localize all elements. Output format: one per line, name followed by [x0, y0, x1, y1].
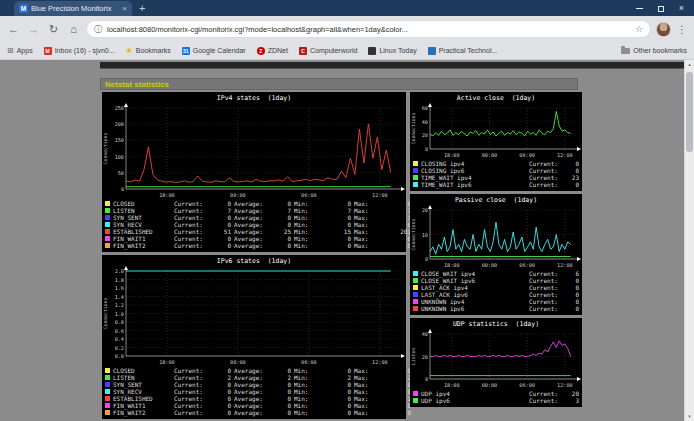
graphs-grid: IPv4 states (1day) 25020015010050018:000…: [102, 92, 684, 419]
legend-stat: Current:0: [174, 402, 231, 409]
legend-stat: Current:0: [174, 235, 231, 242]
legend-color-swatch: [413, 278, 418, 283]
profile-avatar[interactable]: [656, 22, 671, 37]
bookmark-item[interactable]: 31Google Calendar: [182, 47, 246, 55]
browser-tab[interactable]: M Blue Precision Monitorix ×: [14, 1, 132, 16]
legend-stat: Current:0: [174, 214, 231, 221]
bookmark-item[interactable]: ★Bookmarks: [126, 47, 171, 55]
svg-text:06:00: 06:00: [519, 262, 535, 268]
legend-stat: Max:201: [354, 228, 411, 235]
page-scrollbar[interactable]: ▲ ▼: [684, 60, 694, 421]
home-icon[interactable]: ⌂: [66, 23, 81, 35]
legend-stat: Max:0: [354, 367, 411, 374]
reload-icon[interactable]: ↻: [46, 23, 61, 36]
legend-row: ESTABLISHEDCurrent:0Average:0Min:0Max:1: [105, 395, 403, 402]
legend-stat: Max:7: [354, 207, 411, 214]
site-info-icon[interactable]: ⓘ: [94, 24, 102, 35]
legend-color-swatch: [105, 410, 110, 415]
bookmark-item[interactable]: CComputerworld: [299, 47, 357, 55]
tab-close-icon[interactable]: ×: [122, 5, 127, 13]
right-column: Active close (1day) 604020018:0000:0006:…: [410, 92, 582, 407]
legend-label: FIN_WAIT2: [113, 242, 171, 249]
legend-label: FIN_WAIT1: [113, 235, 171, 242]
legend-stat: Current:0: [529, 305, 579, 312]
star-icon: ★: [126, 47, 133, 55]
legend-row: CLOSING ipv4Current:0: [413, 160, 579, 167]
other-bookmarks-button[interactable]: Other bookmarks: [621, 47, 687, 54]
svg-text:06:00: 06:00: [301, 192, 317, 198]
window-close-button[interactable]: ×: [671, 0, 692, 16]
legend-label: CLOSE_WAIT ipv6: [421, 277, 526, 284]
back-icon[interactable]: ←: [6, 23, 21, 35]
legend-stat: Current:0: [174, 381, 231, 388]
legend-label: ESTABLISHED: [113, 395, 171, 402]
svg-text:1.8: 1.8: [115, 277, 124, 283]
legend-color-swatch: [413, 161, 418, 166]
svg-text:250: 250: [115, 105, 124, 111]
legend-stat: Average:0: [234, 214, 291, 221]
bookmark-star-icon[interactable]: ☆: [635, 24, 643, 34]
legend-stat: Current:0: [529, 284, 579, 291]
ipv6-states-chart[interactable]: 2.01.81.61.41.21.00.80.60.40.20.018:0000…: [102, 266, 406, 366]
previous-section-edge: [100, 62, 684, 69]
address-bar[interactable]: ⓘ localhost:8080/monitorix-cgi/monitorix…: [86, 20, 651, 38]
legend-row: CLOSE_WAIT ipv4Current:6: [413, 270, 579, 277]
scrollbar-down-arrow[interactable]: ▼: [685, 414, 694, 419]
bookmark-item[interactable]: Practical Technol...: [428, 47, 498, 55]
legend-stat: Min:2: [294, 374, 351, 381]
ipv6-chart-title: IPv6 states (1day): [102, 257, 406, 266]
legend-label: TIME_WAIT ipv4: [421, 174, 526, 181]
legend-stat: Min:0: [294, 221, 351, 228]
legend-stat: Min:0: [294, 367, 351, 374]
legend-stat: Max:0: [354, 242, 411, 249]
legend-stat: Current:3: [529, 397, 579, 404]
svg-text:20: 20: [422, 207, 428, 213]
legend-stat: Current:51: [174, 228, 231, 235]
svg-text:12:00: 12:00: [557, 152, 573, 158]
browser-window: M Blue Precision Monitorix × + × ← → ↻ ⌂…: [0, 0, 694, 421]
svg-text:2.0: 2.0: [115, 268, 124, 274]
url-text[interactable]: localhost:8080/monitorix-cgi/monitorix.c…: [107, 25, 630, 34]
legend-stat: Current:2: [174, 374, 231, 381]
legend-color-swatch: [105, 201, 110, 206]
bookmark-item[interactable]: ⊞Apps: [7, 47, 33, 55]
legend-stat: Average:0: [234, 221, 291, 228]
browser-menu-icon[interactable]: ⋮: [676, 24, 688, 35]
scrollbar-thumb[interactable]: [686, 72, 693, 152]
legend-stat: Current:0: [174, 200, 231, 207]
ipv4-chart-title: IPv4 states (1day): [102, 94, 406, 103]
forward-icon[interactable]: →: [26, 23, 41, 35]
legend-label: CLOSING ipv6: [421, 167, 526, 174]
bookmark-label: Computerworld: [310, 47, 357, 54]
legend-stat: Current:0: [174, 395, 231, 402]
legend-label: FIN_WAIT2: [113, 409, 171, 416]
legend-stat: Max:0: [354, 221, 411, 228]
legend-row: FIN_WAIT2Current:0Average:0Min:0Max:0: [105, 409, 403, 416]
legend-stat: Average:0: [234, 242, 291, 249]
scrollbar-up-arrow[interactable]: ▲: [685, 62, 694, 67]
ipv4-states-chart[interactable]: 25020015010050018:0000:0006:0012:00Conne…: [102, 103, 406, 199]
section-title: Netstat statistics: [105, 80, 169, 89]
passive-close-chart[interactable]: 2010018:0000:0006:0012:00Connections: [410, 205, 582, 269]
window-minimize-button[interactable]: [629, 0, 650, 16]
svg-text:50: 50: [118, 170, 124, 176]
legend-stat: Min:0: [294, 235, 351, 242]
udp-statistics-chart[interactable]: 4020018:0000:0006:0012:00Listen: [410, 329, 582, 389]
legend-row: SYN_RECVCurrent:0Average:0Min:0Max:0: [105, 388, 403, 395]
bookmark-item[interactable]: ZZDNet: [257, 47, 288, 55]
svg-text:00:00: 00:00: [482, 382, 498, 388]
new-tab-button[interactable]: +: [139, 2, 145, 14]
bookmark-item[interactable]: Linux Today: [368, 47, 416, 55]
window-maximize-button[interactable]: [650, 0, 671, 16]
svg-text:06:00: 06:00: [519, 382, 535, 388]
legend-stat: Min:7: [294, 207, 351, 214]
legend-row: UNKNOWN ipv4Current:0: [413, 298, 579, 305]
active-close-chart[interactable]: 604020018:0000:0006:0012:00Connections: [410, 103, 582, 159]
legend-stat: Current:0: [174, 388, 231, 395]
ipv6-legend: CLOSEDCurrent:0Average:0Min:0Max:0LISTEN…: [102, 366, 406, 416]
legend-stat: Min:0: [294, 381, 351, 388]
svg-text:12:00: 12:00: [557, 262, 573, 268]
legend-row: FIN_WAIT1Current:0Average:0Min:0Max:0: [105, 235, 403, 242]
bookmark-item[interactable]: MInbox (16) - sjvn0...: [44, 47, 115, 55]
svg-text:1.2: 1.2: [115, 302, 124, 308]
